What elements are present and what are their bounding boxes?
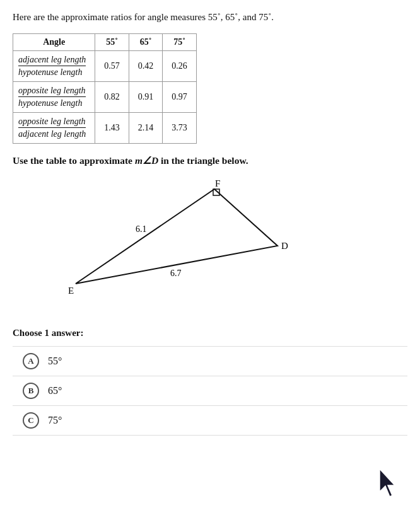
table-row: adjacent leg length hypotenuse length 0.…: [13, 50, 197, 81]
row-label-0: adjacent leg length hypotenuse length: [13, 50, 95, 81]
vertex-f-label: F: [215, 178, 220, 188]
col-header-55: 55˚: [95, 33, 129, 50]
use-table-text-after: in the triangle below.: [158, 155, 248, 166]
val-75-1: 0.97: [163, 81, 197, 112]
row-label-2: opposite leg length adjacent leg length: [13, 112, 95, 143]
val-55-1: 0.82: [95, 81, 129, 112]
answers-container: A 55° B 65° C 75°: [13, 346, 407, 436]
vertex-e-label: E: [68, 286, 74, 296]
choose-answer-label: Choose 1 answer:: [13, 328, 407, 338]
table-row: opposite leg length hypotenuse length 0.…: [13, 81, 197, 112]
table-row: opposite leg length adjacent leg length …: [13, 112, 197, 143]
row-label-1: opposite leg length hypotenuse length: [13, 81, 95, 112]
answer-value-c: 75°: [48, 415, 62, 426]
val-75-2: 3.73: [163, 112, 197, 143]
ratio-table: Angle 55˚ 65˚ 75˚ adjacent leg length hy…: [13, 33, 197, 144]
col-header-65: 65˚: [129, 33, 163, 50]
vertex-d-label: D: [281, 241, 288, 251]
answer-value-b: 65°: [48, 385, 62, 396]
answer-badge-c: C: [23, 412, 39, 429]
svg-marker-2: [380, 469, 395, 497]
col-header-75: 75˚: [163, 33, 197, 50]
val-55-2: 1.43: [95, 112, 129, 143]
answer-option-c[interactable]: C 75°: [13, 406, 407, 436]
col-header-angle: Angle: [13, 33, 95, 50]
intro-text: Here are the approximate ratios for angl…: [13, 10, 407, 25]
answer-option-a[interactable]: A 55°: [13, 346, 407, 376]
answer-badge-a: A: [23, 353, 39, 369]
answer-badge-b: B: [23, 383, 39, 399]
triangle-diagram: E D F 6.1 6.7: [13, 176, 407, 315]
cursor-arrow: [380, 469, 402, 499]
val-65-1: 0.91: [129, 81, 163, 112]
use-table-expression: m∠D: [135, 155, 158, 166]
val-55-0: 0.57: [95, 50, 129, 81]
val-65-2: 2.14: [129, 112, 163, 143]
val-75-0: 0.26: [163, 50, 197, 81]
side-ef-label: 6.1: [136, 224, 147, 234]
val-65-0: 0.42: [129, 50, 163, 81]
use-table-instruction: Use the table to approximate m∠D in the …: [13, 155, 407, 166]
answer-value-a: 55°: [48, 356, 62, 367]
side-ed-label: 6.7: [170, 269, 182, 278]
use-table-text-before: Use the table to approximate: [13, 155, 135, 166]
answer-option-b[interactable]: B 65°: [13, 376, 407, 406]
